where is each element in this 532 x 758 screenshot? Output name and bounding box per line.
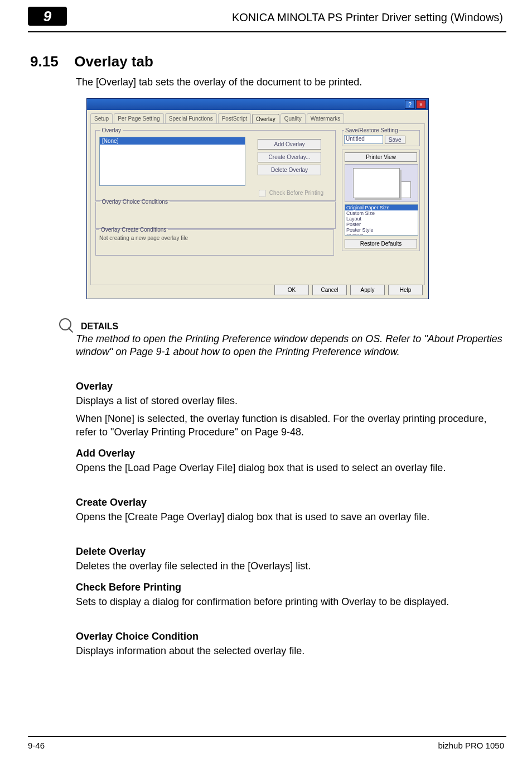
section-number: 9.15 bbox=[30, 53, 70, 70]
topic-overlay-p1: Displays a list of stored overlay files. bbox=[76, 394, 503, 407]
footer-rule bbox=[28, 736, 506, 737]
topic-check-p1: Sets to display a dialog for confirmatio… bbox=[76, 595, 503, 608]
ok-button[interactable]: OK bbox=[274, 285, 309, 295]
topic-choice-title: Overlay Choice Condition bbox=[76, 630, 503, 643]
overlay-list-selected[interactable]: [None] bbox=[100, 137, 245, 145]
topic-create-p1: Opens the [Create Page Overlay] dialog b… bbox=[76, 510, 503, 524]
check-before-printing-label: Check Before Printing bbox=[269, 190, 323, 196]
apply-button[interactable]: Apply bbox=[350, 285, 385, 295]
tab-setup[interactable]: Setup bbox=[90, 113, 113, 123]
overlay-listbox[interactable]: [None] bbox=[99, 137, 245, 186]
property-item[interactable]: Custom Size bbox=[345, 210, 418, 216]
help-button[interactable]: Help bbox=[388, 285, 423, 295]
property-item[interactable]: Custom bbox=[345, 233, 418, 236]
tab-overlay[interactable]: Overlay bbox=[252, 114, 279, 124]
tab-quality[interactable]: Quality bbox=[280, 113, 306, 123]
topic-choice-p1: Displays information about the selected … bbox=[76, 644, 503, 658]
dialog-buttons: OK Cancel Apply Help bbox=[274, 285, 423, 295]
delete-overlay-button[interactable]: Delete Overlay bbox=[258, 165, 321, 175]
check-before-printing-input[interactable] bbox=[259, 190, 266, 197]
chapter-tab: 9 bbox=[28, 7, 67, 26]
tab-special-functions[interactable]: Special Functions bbox=[165, 113, 217, 123]
property-item-selected[interactable]: Original Paper Size bbox=[345, 205, 418, 210]
topic-add-p1: Opens the [Load Page Overlay File] dialo… bbox=[76, 461, 503, 474]
header-rule bbox=[28, 31, 506, 32]
check-before-printing-checkbox[interactable]: Check Before Printing bbox=[257, 188, 323, 199]
manual-page: 9 KONICA MINOLTA PS Printer Driver setti… bbox=[0, 0, 532, 758]
magnifier-icon bbox=[58, 317, 76, 335]
topic-check-title: Check Before Printing bbox=[76, 581, 503, 594]
printer-view-button[interactable]: Printer View bbox=[345, 152, 417, 162]
cancel-button[interactable]: Cancel bbox=[312, 285, 347, 295]
property-item[interactable]: Poster bbox=[345, 222, 418, 227]
overlay-buttons: Add Overlay Create Overlay... Delete Ove… bbox=[258, 137, 321, 177]
restore-defaults-button[interactable]: Restore Defaults bbox=[345, 239, 417, 248]
property-item[interactable]: Layout bbox=[345, 216, 418, 222]
dialog-screenshot: ? × Setup Per Page Setting Special Funct… bbox=[86, 98, 429, 299]
create-overlay-button[interactable]: Create Overlay... bbox=[258, 152, 321, 162]
dialog-tab-row: Setup Per Page Setting Special Functions… bbox=[87, 110, 428, 123]
property-list[interactable]: Original Paper Size Custom Size Layout P… bbox=[345, 204, 418, 236]
topic-overlay-p2: When [None] is selected, the overlay fun… bbox=[76, 412, 503, 439]
section-title: Overlay tab bbox=[74, 53, 153, 70]
details-body: The method to open the Printing Preferen… bbox=[76, 333, 503, 359]
property-item[interactable]: Poster Style bbox=[345, 227, 418, 233]
save-button[interactable]: Save bbox=[385, 136, 405, 144]
tab-per-page-setting[interactable]: Per Page Setting bbox=[114, 113, 164, 123]
intro-text: The [Overlay] tab sets the overlay of th… bbox=[76, 75, 503, 89]
details-label: DETAILS bbox=[81, 320, 503, 333]
save-restore-legend: Save/Restore Setting bbox=[344, 127, 399, 133]
printer-preview bbox=[345, 164, 418, 202]
dialog-client-area: Overlay [None] Add Overlay Create Overla… bbox=[90, 123, 425, 285]
overlay-choice-legend: Overlay Choice Conditions bbox=[100, 199, 170, 205]
save-restore-fieldset: Save/Restore Setting Untitled Save bbox=[342, 127, 420, 146]
overlay-create-legend: Overlay Create Conditions bbox=[99, 227, 168, 233]
right-column: Save/Restore Setting Untitled Save Print… bbox=[342, 127, 420, 255]
topic-add-title: Add Overlay bbox=[76, 447, 503, 460]
overlay-create-fieldset: Overlay Create Conditions Not creating a… bbox=[95, 227, 334, 256]
tab-postscript[interactable]: PostScript bbox=[218, 113, 252, 123]
overlay-create-line: Not creating a new page overlay file bbox=[99, 235, 330, 241]
overlay-legend: Overlay bbox=[100, 127, 123, 133]
topic-delete-title: Delete Overlay bbox=[76, 545, 503, 558]
save-restore-select[interactable]: Untitled bbox=[344, 135, 383, 144]
titlebar-help-button[interactable]: ? bbox=[405, 100, 415, 109]
overlay-choice-fieldset: Overlay Choice Conditions bbox=[95, 199, 336, 229]
chapter-number: 9 bbox=[43, 8, 51, 25]
topic-create-title: Create Overlay bbox=[76, 496, 503, 509]
topic-overlay-title: Overlay bbox=[76, 380, 503, 393]
printer-view-fieldset: Printer View Original Paper Size Custom … bbox=[342, 150, 420, 251]
add-overlay-button[interactable]: Add Overlay bbox=[258, 139, 321, 150]
chapter-title: KONICA MINOLTA PS Printer Driver setting… bbox=[232, 11, 503, 24]
overlay-fieldset: Overlay [None] Add Overlay Create Overla… bbox=[95, 127, 336, 201]
footer-product: bizhub PRO 1050 bbox=[438, 741, 504, 750]
titlebar-close-button[interactable]: × bbox=[416, 100, 426, 109]
dialog-titlebar: ? × bbox=[87, 99, 428, 110]
topic-delete-p1: Deletes the overlay file selected in the… bbox=[76, 559, 503, 573]
footer-page-number: 9-46 bbox=[28, 741, 45, 750]
section-heading: 9.15 Overlay tab bbox=[30, 53, 153, 70]
tab-watermarks[interactable]: Watermarks bbox=[307, 113, 345, 123]
